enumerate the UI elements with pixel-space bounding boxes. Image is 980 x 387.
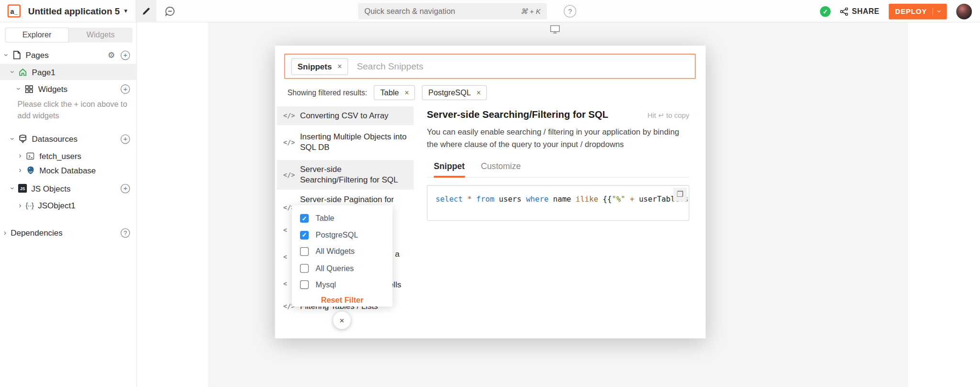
sidebar-item-fetch-users[interactable]: › fetch_users [0,148,136,164]
list-item-server-side-searching[interactable]: </> Server-side Searching/Filtering for … [277,160,414,189]
explorer-sidebar: Explorer Widgets › Pages ⚙ + › Page1 › [0,23,137,387]
list-item-inserting-multiple[interactable]: </> Inserting Multiple Objects into SQL … [277,127,414,157]
sidebar-item-js-objects[interactable]: › JS JS Objects + [0,180,136,196]
widgets-label: Widgets [38,84,67,94]
filter-option-all-widgets[interactable]: All Widgets [300,243,392,260]
close-icon[interactable]: × [337,62,342,70]
code-icon: </> [283,171,295,179]
quick-search-input[interactable]: Quick search & navigation ⌘ + K [358,3,546,20]
copy-code-button[interactable]: ❐ [673,187,687,201]
add-js-object-button[interactable]: + [121,183,130,193]
close-icon[interactable]: × [477,88,481,97]
share-icon [840,7,848,15]
mock-database-label: Mock Database [39,165,96,175]
sidebar-item-widgets[interactable]: › Widgets + [0,80,136,97]
help-icon: ? [568,8,572,15]
filter-tag-table[interactable]: Table × [374,85,415,100]
list-item-converting-csv[interactable]: </> Converting CSV to Array [277,106,414,125]
chevron-right-icon[interactable]: › [19,152,21,159]
snippet-search-input[interactable]: Snippets × Search Snippets [284,54,695,79]
chevron-down-icon[interactable]: › [15,88,22,90]
app-root: a_ Untitled application 5 ▾ Quick search… [0,0,980,387]
copy-icon: ❐ [677,190,683,199]
snippet-title: Server-side Searching/Filtering for SQL [427,109,608,120]
share-button[interactable]: SHARE [840,7,880,15]
widgets-empty-message: Please click the + icon above to add wid… [18,99,133,121]
sidebar-item-jsobject1[interactable]: › {··} JSObject1 [0,197,136,213]
close-icon[interactable]: × [404,88,409,97]
chevron-right-icon[interactable]: › [19,166,21,174]
filter-option-all-queries[interactable]: All Queries [300,260,392,277]
checkbox[interactable] [300,231,309,239]
filter-option-mysql[interactable]: Mysql [300,276,392,293]
sidebar-item-datasources[interactable]: › Datasources + [0,131,136,147]
code-icon: </> [283,112,295,120]
chevron-right-icon[interactable]: › [19,202,21,209]
tab-snippet[interactable]: Snippet [434,161,465,178]
add-page-button[interactable]: + [121,50,130,60]
jsobject1-label: JSObject1 [38,201,75,210]
tab-customize[interactable]: Customize [481,161,521,177]
edit-mode-button[interactable] [136,0,156,22]
filter-summary-row: Showing filtered results: Table × Postgr… [288,85,487,100]
deploy-caret-icon[interactable]: › [933,8,941,15]
checkbox[interactable] [300,280,309,289]
snippets-modal: Snippets × Search Snippets Showing filte… [275,46,706,338]
filter-option-postgresql[interactable]: PostgreSQL [300,227,392,243]
braces-icon: {··} [26,202,34,209]
checkbox[interactable] [300,264,309,273]
page1-label: Page1 [32,67,56,77]
appsmith-logo-icon[interactable]: a_ [8,4,21,17]
filter-option-table[interactable]: Table [300,210,392,227]
fetch-users-label: fetch_users [39,151,81,160]
snippet-code-block: select * from users where name ilike {{"… [427,185,690,220]
quick-search-shortcut: ⌘ + K [521,7,541,15]
filter-tag-postgresql[interactable]: PostgreSQL × [422,85,487,100]
chevron-down-icon[interactable]: › [2,54,10,56]
chevron-down-icon[interactable]: › [9,187,16,190]
snippet-detail-tabs: Snippet Customize [427,161,690,178]
add-datasource-button[interactable]: + [121,134,130,144]
sidebar-item-page1[interactable]: › Page1 [0,64,136,80]
sidebar-item-pages[interactable]: › Pages ⚙ + [0,47,136,63]
chevron-right-icon[interactable]: › [4,229,6,237]
code-icon-partial: < [283,253,287,261]
user-avatar[interactable] [956,3,972,19]
filter-summary-label: Showing filtered results: [288,88,367,97]
reset-filter-button[interactable]: Reset Filter [300,296,384,304]
chevron-down-icon[interactable]: › [9,71,16,73]
sidebar-tab-switcher: Explorer Widgets [5,27,132,42]
dependencies-help-icon[interactable]: ? [121,228,130,238]
gear-icon[interactable]: ⚙ [108,51,115,59]
code-icon-partial: < [283,280,287,287]
list-item-fragment[interactable]: a [395,249,399,259]
query-icon [26,152,35,160]
tab-widgets[interactable]: Widgets [69,27,133,42]
canvas-size-monitor-icon[interactable] [550,25,560,34]
page-file-icon [12,51,22,59]
deploy-button[interactable]: DEPLOY › [889,3,947,19]
datasources-label: Datasources [32,134,78,144]
app-title-caret-icon[interactable]: ▾ [124,8,127,14]
modal-close-button[interactable]: × [333,311,351,329]
code-icon: </> [283,138,295,147]
snippets-category-pill[interactable]: Snippets × [291,58,348,75]
add-widget-button[interactable]: + [121,84,130,94]
sidebar-item-dependencies[interactable]: › Dependencies ? [0,225,136,241]
topbar-right-cluster: ✓ SHARE DEPLOY › [820,0,972,23]
snippet-code: select * from users where name ilike {{"… [435,194,689,203]
filter-dropdown: Table PostgreSQL All Widgets All Queries… [292,205,392,307]
chevron-down-icon[interactable]: › [9,137,16,140]
help-button[interactable]: ? [564,5,576,17]
checkbox[interactable] [300,214,309,223]
app-title[interactable]: Untitled application 5 [28,6,120,16]
js-icon: JS [18,184,27,193]
sidebar-item-mock-database[interactable]: › Mock Database [0,162,136,178]
share-label: SHARE [852,7,879,15]
checkbox[interactable] [300,247,309,256]
snippets-pill-label: Snippets [298,62,332,71]
comments-button[interactable] [160,0,180,22]
dependencies-label: Dependencies [11,228,63,238]
database-icon [18,135,28,143]
tab-explorer[interactable]: Explorer [5,27,68,42]
